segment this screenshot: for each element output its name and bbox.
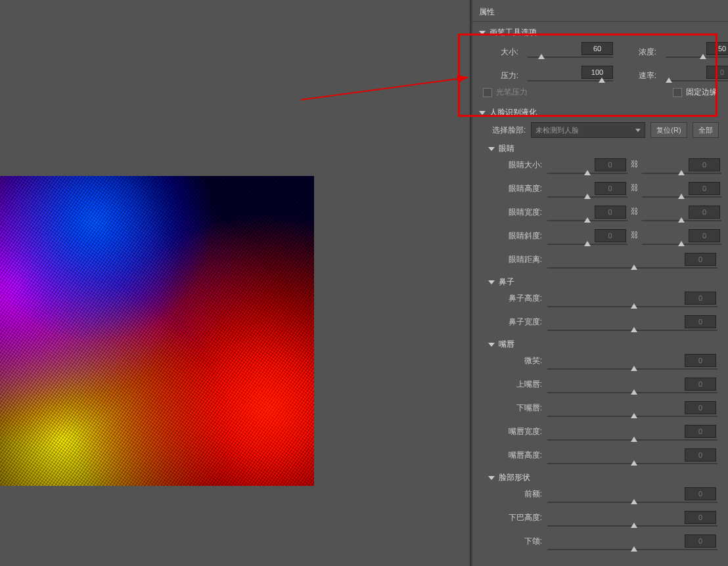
link-icon[interactable]: ⛓ [627,229,642,240]
face-shape-header[interactable]: 脸部形状 [488,472,721,483]
chevron-down-icon [635,129,641,132]
eye-distance-slider[interactable]: 0 [547,253,717,272]
eye-tilt-label: 眼睛斜度: [479,229,547,242]
feather-image [0,176,314,486]
eye-width-left-slider[interactable]: 0 [547,206,627,225]
collapse-icon [488,343,495,347]
upper-lip-label: 上嘴唇: [479,378,547,390]
size-label: 大小: [482,47,521,58]
density-label: 浓度: [620,47,659,58]
nose-header[interactable]: 鼻子 [488,276,721,288]
face-header-label: 人脸识别液化 [489,107,537,118]
eyes-header[interactable]: 眼睛 [488,143,721,154]
size-slider[interactable]: 60 [528,42,613,62]
pressure-value[interactable]: 100 [581,66,613,79]
select-face-label: 选择脸部: [492,125,526,136]
eye-tilt-right-slider[interactable]: 0 [642,229,722,249]
pressure-label: 压力: [482,70,521,81]
all-button[interactable]: 全部 [693,122,719,138]
nose-width-slider[interactable]: 0 [547,315,717,335]
pressure-slider[interactable]: 100 [528,66,613,85]
collapse-icon [488,280,495,284]
eye-distance-row: 眼睛距离: 0 [479,253,721,272]
mouth-header[interactable]: 嘴唇 [488,339,721,350]
face-header[interactable]: 人脸识别液化 [479,107,721,118]
mouth-header-label: 嘴唇 [499,339,514,350]
brush-section: 画笔工具选项 大小: 60 浓度: 50 压力: 100 速率: 0 [472,22,728,98]
eye-height-label: 眼睛高度: [479,182,547,194]
forehead-slider[interactable]: 0 [547,487,717,507]
mouth-width-label: 嘴唇宽度: [479,425,547,437]
smile-label: 微笑: [479,354,547,366]
density-slider[interactable]: 50 [666,42,728,62]
brush-header-label: 画笔工具选项 [489,27,537,38]
collapse-icon [479,111,486,115]
density-value[interactable]: 50 [706,42,728,55]
pen-pressure-label: 光笔压力 [496,87,528,98]
reset-button[interactable]: 复位(R) [650,122,687,138]
lower-lip-slider[interactable]: 0 [547,401,717,421]
face-shape-header-label: 脸部形状 [499,472,530,483]
eye-height-row: 眼睛高度: 0 ⛓ 0 [479,182,721,202]
collapse-icon [479,31,486,35]
eye-size-left-slider[interactable]: 0 [547,158,627,178]
chin-height-label: 下巴高度: [479,511,547,523]
eye-height-left-slider[interactable]: 0 [547,182,627,202]
lower-lip-label: 下嘴唇: [479,401,547,414]
eyes-header-label: 眼睛 [499,143,514,154]
upper-lip-slider[interactable]: 0 [547,378,717,397]
size-value[interactable]: 60 [581,42,613,55]
eye-distance-label: 眼睛距离: [479,253,547,265]
rate-slider[interactable]: 0 [666,66,728,85]
eye-width-row: 眼睛宽度: 0 ⛓ 0 [479,206,721,225]
face-section: 人脸识别液化 选择脸部: 未检测到人脸 复位(R) 全部 眼睛 眼睛大小: 0 … [472,102,728,554]
nose-width-label: 鼻子宽度: [479,315,547,328]
link-icon[interactable]: ⛓ [627,158,642,169]
properties-panel: 属性 画笔工具选项 大小: 60 浓度: 50 压力: 100 速率: [472,0,728,566]
fixed-edge-label: 固定边缘 [686,87,717,98]
mouth-height-label: 嘴唇高度: [479,448,547,461]
select-face-dropdown[interactable]: 未检测到人脸 [531,122,645,138]
pen-pressure-checkbox[interactable]: 光笔压力 [483,87,528,98]
eye-size-right-slider[interactable]: 0 [642,158,722,178]
image-canvas[interactable] [0,176,314,486]
chin-height-slider[interactable]: 0 [547,511,717,531]
canvas-area [0,0,470,566]
checkbox-icon [673,88,682,97]
nose-header-label: 鼻子 [499,276,514,288]
eye-size-label: 眼睛大小: [479,158,547,171]
mouth-height-slider[interactable]: 0 [547,448,717,468]
brush-header[interactable]: 画笔工具选项 [479,27,721,38]
nose-height-label: 鼻子高度: [479,292,547,304]
collapse-icon [488,147,495,151]
mouth-width-slider[interactable]: 0 [547,425,717,445]
eye-size-row: 眼睛大小: 0 ⛓ 0 [479,158,721,178]
checkbox-icon [483,88,492,97]
jaw-label: 下颌: [479,534,547,547]
select-face-value: 未检测到人脸 [535,125,579,135]
eye-tilt-row: 眼睛斜度: 0 ⛓ 0 [479,229,721,249]
panel-title: 属性 [472,0,728,22]
forehead-label: 前额: [479,487,547,500]
rate-label: 速率: [620,70,659,81]
eye-tilt-left-slider[interactable]: 0 [547,229,627,249]
nose-height-slider[interactable]: 0 [547,292,717,311]
rate-value[interactable]: 0 [706,66,728,79]
eye-width-right-slider[interactable]: 0 [642,206,722,225]
link-icon[interactable]: ⛓ [627,182,642,192]
jaw-slider[interactable]: 0 [547,534,717,554]
link-icon[interactable]: ⛓ [627,206,642,216]
fixed-edge-checkbox[interactable]: 固定边缘 [673,87,717,98]
eye-height-right-slider[interactable]: 0 [642,182,722,202]
smile-slider[interactable]: 0 [547,354,717,374]
collapse-icon [488,476,495,480]
eye-width-label: 眼睛宽度: [479,206,547,218]
